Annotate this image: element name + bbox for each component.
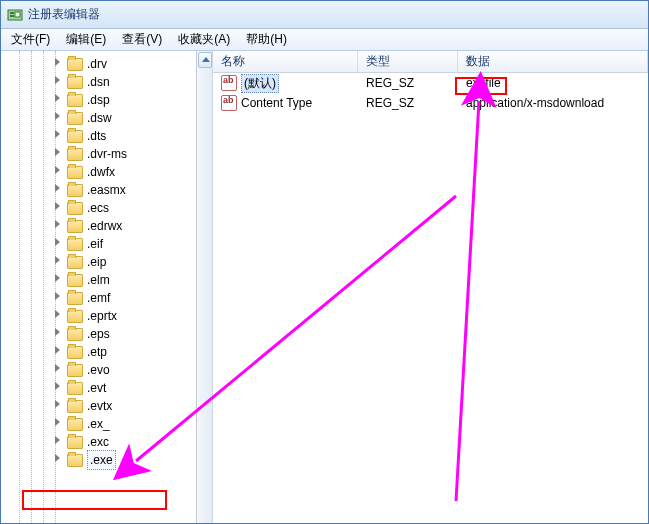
menu-view[interactable]: 查看(V)	[114, 29, 170, 50]
expand-icon[interactable]	[53, 256, 63, 266]
expand-icon[interactable]	[53, 454, 63, 464]
string-value-icon	[221, 75, 237, 91]
list-vertical-scrollbar[interactable]	[197, 51, 213, 523]
expand-icon[interactable]	[53, 418, 63, 428]
folder-icon	[67, 292, 83, 305]
string-value-icon	[221, 95, 237, 111]
expand-icon[interactable]	[53, 76, 63, 86]
titlebar[interactable]: 注册表编辑器	[1, 1, 648, 29]
tree-item-label: .edrwx	[87, 217, 122, 235]
expand-icon[interactable]	[53, 238, 63, 248]
tree-item[interactable]: .dwfx	[1, 163, 196, 181]
tree-item[interactable]: .exc	[1, 433, 196, 451]
folder-icon	[67, 130, 83, 143]
tree-item[interactable]: .dvr-ms	[1, 145, 196, 163]
folder-icon	[67, 418, 83, 431]
tree-item-label: .eprtx	[87, 307, 117, 325]
tree-item[interactable]: .easmx	[1, 181, 196, 199]
expand-icon[interactable]	[53, 364, 63, 374]
tree-item-label: .evo	[87, 361, 110, 379]
tree-item-label: .exe	[87, 450, 116, 470]
tree-item[interactable]: .dsp	[1, 91, 196, 109]
tree-item[interactable]: .evt	[1, 379, 196, 397]
regedit-window: 注册表编辑器 文件(F) 编辑(E) 查看(V) 收藏夹(A) 帮助(H) .d…	[0, 0, 649, 524]
tree-item[interactable]: .ex_	[1, 415, 196, 433]
cell-name: Content Type	[213, 93, 358, 113]
tree-item-label: .dwfx	[87, 163, 115, 181]
expand-icon[interactable]	[53, 274, 63, 284]
tree-item-label: .ex_	[87, 415, 110, 433]
menu-favorites[interactable]: 收藏夹(A)	[170, 29, 238, 50]
tree-item[interactable]: .drv	[1, 55, 196, 73]
tree-item-label: .dsn	[87, 73, 110, 91]
folder-icon	[67, 328, 83, 341]
folder-icon	[67, 346, 83, 359]
menu-edit[interactable]: 编辑(E)	[58, 29, 114, 50]
column-data[interactable]: 数据	[458, 51, 648, 72]
tree-item-label: .ecs	[87, 199, 109, 217]
tree-item[interactable]: .eps	[1, 325, 196, 343]
expand-icon[interactable]	[53, 166, 63, 176]
tree-item[interactable]: .eprtx	[1, 307, 196, 325]
cell-data: application/x-msdownload	[458, 93, 648, 113]
folder-icon	[67, 256, 83, 269]
expand-icon[interactable]	[53, 94, 63, 104]
folder-icon	[67, 382, 83, 395]
folder-icon	[67, 364, 83, 377]
tree-item[interactable]: .evo	[1, 361, 196, 379]
expand-icon[interactable]	[53, 436, 63, 446]
tree-pane[interactable]: .drv.dsn.dsp.dsw.dts.dvr-ms.dwfx.easmx.e…	[1, 51, 197, 523]
menu-help[interactable]: 帮助(H)	[238, 29, 295, 50]
folder-icon	[67, 454, 83, 467]
tree-item[interactable]: .etp	[1, 343, 196, 361]
tree-item[interactable]: .exe	[1, 451, 196, 469]
menu-file[interactable]: 文件(F)	[3, 29, 58, 50]
tree-item-label: .elm	[87, 271, 110, 289]
folder-icon	[67, 166, 83, 179]
tree-item-label: .etp	[87, 343, 107, 361]
expand-icon[interactable]	[53, 292, 63, 302]
expand-icon[interactable]	[53, 220, 63, 230]
tree-item[interactable]: .eif	[1, 235, 196, 253]
menubar: 文件(F) 编辑(E) 查看(V) 收藏夹(A) 帮助(H)	[1, 29, 648, 51]
tree-item[interactable]: .ecs	[1, 199, 196, 217]
svg-rect-1	[10, 12, 14, 14]
tree-item-label: .dvr-ms	[87, 145, 127, 163]
tree-item[interactable]: .dts	[1, 127, 196, 145]
folder-icon	[67, 76, 83, 89]
app-icon	[7, 7, 23, 23]
folder-icon	[67, 400, 83, 413]
tree-item[interactable]: .elm	[1, 271, 196, 289]
tree-item[interactable]: .edrwx	[1, 217, 196, 235]
tree-item[interactable]: .emf	[1, 289, 196, 307]
expand-icon[interactable]	[53, 148, 63, 158]
expand-icon[interactable]	[53, 202, 63, 212]
tree-item[interactable]: .dsw	[1, 109, 196, 127]
expand-icon[interactable]	[53, 130, 63, 140]
expand-icon[interactable]	[53, 346, 63, 356]
tree-item[interactable]: .eip	[1, 253, 196, 271]
folder-icon	[67, 94, 83, 107]
tree-item-label: .evtx	[87, 397, 112, 415]
expand-icon[interactable]	[53, 382, 63, 392]
list-row[interactable]: Content TypeREG_SZapplication/x-msdownlo…	[213, 93, 648, 113]
folder-icon	[67, 184, 83, 197]
svg-rect-2	[10, 15, 14, 17]
expand-icon[interactable]	[53, 58, 63, 68]
expand-icon[interactable]	[53, 328, 63, 338]
expand-icon[interactable]	[53, 310, 63, 320]
folder-icon	[67, 238, 83, 251]
folder-icon	[67, 220, 83, 233]
tree-item[interactable]: .dsn	[1, 73, 196, 91]
list-row[interactable]: (默认)REG_SZexefile	[213, 73, 648, 93]
expand-icon[interactable]	[53, 112, 63, 122]
cell-type: REG_SZ	[358, 73, 458, 93]
column-type[interactable]: 类型	[358, 51, 458, 72]
scroll-up-button[interactable]	[198, 52, 212, 68]
cell-name: (默认)	[213, 73, 358, 93]
expand-icon[interactable]	[53, 400, 63, 410]
list-pane[interactable]: 名称 类型 数据 (默认)REG_SZexefileContent TypeRE…	[197, 51, 648, 523]
expand-icon[interactable]	[53, 184, 63, 194]
column-name[interactable]: 名称	[213, 51, 358, 72]
tree-item[interactable]: .evtx	[1, 397, 196, 415]
